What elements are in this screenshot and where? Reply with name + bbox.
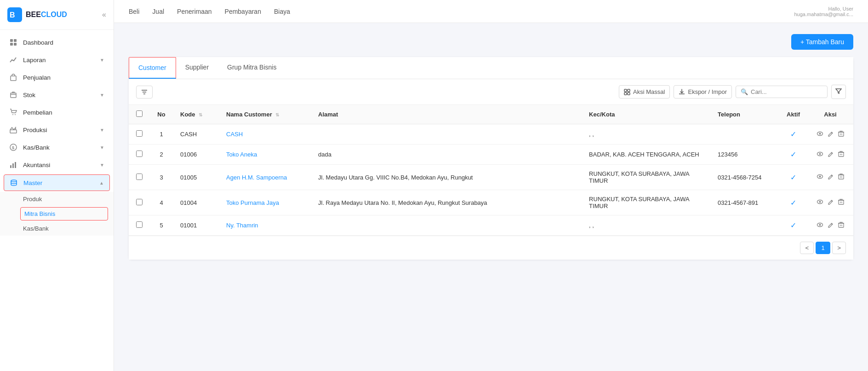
row-aksi	[807, 215, 853, 236]
delete-icon[interactable]	[838, 198, 845, 207]
col-telepon-header: Telepon	[710, 105, 779, 124]
sidebar-item-penjualan[interactable]: Penjualan	[0, 69, 114, 86]
table-controls-right: Aksi Massal Ekspor / Impor 🔍	[619, 85, 846, 99]
view-icon[interactable]	[817, 221, 823, 230]
sidebar-logo: B BEECLOUD «	[0, 0, 114, 30]
tab-bar: Customer Supplier Grup Mitra Bisnis	[129, 57, 853, 79]
collapse-button[interactable]: «	[102, 11, 106, 19]
sidebar-item-produksi[interactable]: Produksi ▼	[0, 121, 114, 139]
sidebar-subitem-produk[interactable]: Produk	[0, 192, 114, 206]
row-keckota: BADAR, KAB. ACEH TENGGARA, ACEH	[582, 145, 710, 165]
sidebar-item-stok[interactable]: Stok ▼	[0, 86, 114, 104]
row-aktif: ✓	[779, 145, 807, 165]
view-icon[interactable]	[817, 151, 823, 159]
col-kode-header[interactable]: Kode ⇅	[173, 105, 219, 124]
svg-rect-46	[839, 223, 844, 227]
svg-rect-15	[15, 162, 16, 168]
row-checkbox-2[interactable]	[136, 174, 143, 180]
edit-icon[interactable]	[827, 221, 834, 230]
svg-rect-22	[624, 93, 627, 95]
chevron-down-icon-stok: ▼	[100, 93, 104, 98]
view-icon[interactable]	[817, 130, 823, 139]
row-nama[interactable]: Toko Purnama Jaya	[219, 190, 311, 215]
sidebar-item-pembelian[interactable]: Pembelian	[0, 104, 114, 121]
svg-rect-31	[839, 152, 844, 157]
sidebar-item-akuntansi-label: Akuntansi	[23, 162, 94, 168]
col-nama-header[interactable]: Nama Customer ⇅	[219, 105, 311, 124]
sort-icon-nama: ⇅	[275, 112, 279, 117]
data-table: No Kode ⇅ Nama Customer ⇅ Alamat Kec/Kot…	[129, 105, 853, 236]
aksi-massal-button[interactable]: Aksi Massal	[619, 85, 670, 99]
select-all-checkbox[interactable]	[136, 110, 143, 117]
delete-icon[interactable]	[838, 151, 845, 159]
master-subitems: Produk Mitra Bisnis Kas/Bank	[0, 192, 114, 236]
delete-icon[interactable]	[838, 130, 845, 139]
edit-icon[interactable]	[827, 151, 834, 159]
row-kode: 01005	[173, 165, 219, 190]
row-checkbox-0[interactable]	[136, 130, 143, 137]
advanced-filter-button[interactable]	[831, 85, 846, 99]
sidebar-item-kasbank[interactable]: $ Kas/Bank ▼	[0, 139, 114, 156]
svg-text:B: B	[10, 11, 15, 19]
edit-icon[interactable]	[827, 198, 834, 207]
factory-icon	[9, 126, 17, 134]
table-controls-left	[136, 86, 153, 99]
main-content: Beli Jual Penerimaan Pembayaran Biaya Ha…	[114, 0, 868, 371]
tab-grup-mitra-bisnis[interactable]: Grup Mitra Bisnis	[218, 57, 286, 79]
search-input[interactable]	[751, 88, 822, 95]
view-icon[interactable]	[817, 198, 823, 207]
topnav-beli[interactable]: Beli	[129, 1, 139, 22]
search-icon: 🔍	[741, 88, 748, 95]
row-alamat: Jl. Medayu Utara Gg. VIIIC No.B4, Medoka…	[311, 165, 582, 190]
delete-icon[interactable]	[838, 221, 845, 230]
sidebar-item-dashboard[interactable]: Dashboard	[0, 34, 114, 51]
tambah-baru-button[interactable]: + Tambah Baru	[791, 34, 853, 50]
sidebar-item-produksi-label: Produksi	[23, 127, 94, 133]
search-box: 🔍	[736, 86, 828, 98]
svg-point-40	[819, 201, 821, 203]
sidebar-subitem-kasbank[interactable]: Kas/Bank	[0, 221, 114, 236]
download-icon	[679, 89, 685, 95]
row-checkbox-4[interactable]	[136, 221, 143, 228]
chevron-down-icon-akuntansi: ▼	[100, 162, 104, 168]
sidebar-item-pembelian-label: Pembelian	[23, 109, 104, 116]
filter-button[interactable]	[136, 86, 153, 99]
edit-icon[interactable]	[827, 130, 834, 139]
tab-supplier[interactable]: Supplier	[176, 57, 218, 79]
delete-icon[interactable]	[838, 173, 845, 181]
sidebar-item-laporan[interactable]: Laporan ▼	[0, 51, 114, 69]
sidebar-item-master[interactable]: Master ▲	[4, 174, 110, 191]
page-1-button[interactable]: 1	[816, 242, 830, 254]
row-nama[interactable]: Agen H.M. Sampoerna	[219, 165, 311, 190]
prev-page-button[interactable]: <	[800, 242, 814, 254]
chevron-down-icon: ▼	[100, 58, 104, 63]
topnav-penerimaan[interactable]: Penerimaan	[177, 1, 212, 22]
svg-point-8	[12, 114, 13, 115]
topnav-jual[interactable]: Jual	[152, 1, 164, 22]
ekspor-impor-button[interactable]: Ekspor / Impor	[674, 85, 732, 99]
sidebar-item-master-label: Master	[23, 180, 94, 186]
top-nav-links: Beli Jual Penerimaan Pembayaran Biaya	[129, 1, 290, 22]
tab-customer[interactable]: Customer	[129, 57, 176, 79]
sort-icon-kode: ⇅	[199, 112, 202, 117]
svg-rect-26	[839, 132, 844, 136]
col-keckota-header: Kec/Kota	[582, 105, 710, 124]
aksi-massal-icon	[624, 89, 630, 95]
row-nama[interactable]: Toko Aneka	[219, 145, 311, 165]
topnav-biaya[interactable]: Biaya	[274, 1, 290, 22]
row-checkbox-3[interactable]	[136, 199, 143, 205]
topnav-pembayaran[interactable]: Pembayaran	[225, 1, 261, 22]
view-icon[interactable]	[817, 173, 823, 181]
funnel-icon	[835, 88, 842, 94]
sidebar-item-akuntansi[interactable]: Akuntansi ▼	[0, 156, 114, 174]
sidebar-subitem-mitra-bisnis[interactable]: Mitra Bisnis	[20, 207, 108, 220]
row-nama[interactable]: Ny. Thamrin	[219, 215, 311, 236]
col-alamat-header: Alamat	[311, 105, 582, 124]
edit-icon[interactable]	[827, 173, 834, 181]
logo-text: BEECLOUD	[26, 11, 67, 19]
row-nama[interactable]: CASH	[219, 124, 311, 145]
next-page-button[interactable]: >	[832, 242, 846, 254]
svg-rect-23	[628, 93, 630, 95]
sidebar-nav: Dashboard Laporan ▼ Penjualan Stok ▼	[0, 30, 114, 371]
row-checkbox-1[interactable]	[136, 151, 143, 157]
